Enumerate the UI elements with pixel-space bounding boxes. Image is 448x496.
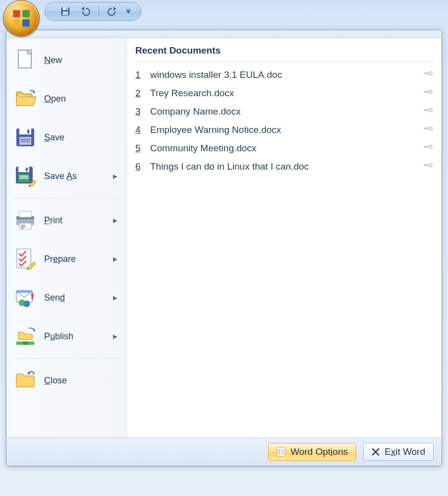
- chevron-right-icon: ▸: [113, 331, 118, 342]
- svg-rect-26: [21, 225, 25, 226]
- svg-rect-4: [126, 9, 130, 10]
- svg-rect-5: [13, 10, 20, 17]
- menu-divider: [12, 358, 120, 359]
- svg-rect-43: [424, 91, 425, 92]
- recent-documents-header: Recent Documents: [135, 43, 434, 62]
- recent-document-item[interactable]: 4Employee Warning Notice.docx: [135, 121, 434, 139]
- save-icon: [14, 126, 36, 148]
- menu-left-panel: NewOpenSaveSave As▸Print▸Prepare▸Send▸Pu…: [6, 38, 126, 437]
- menu-item-open[interactable]: Open: [8, 80, 124, 118]
- svg-point-42: [429, 90, 433, 94]
- recent-document-name: Community Meeting.docx: [150, 143, 417, 154]
- office-menu: NewOpenSaveSave As▸Print▸Prepare▸Send▸Pu…: [6, 30, 442, 466]
- svg-rect-28: [21, 228, 24, 229]
- word-options-label: Word Options: [290, 446, 348, 457]
- pushpin-icon[interactable]: [424, 160, 434, 173]
- svg-rect-60: [280, 451, 284, 452]
- recent-document-item[interactable]: 3Company Name.docx: [135, 102, 434, 121]
- menu-item-prepare-label: Prepare: [44, 254, 105, 264]
- svg-rect-52: [424, 146, 425, 147]
- pushpin-icon[interactable]: [424, 105, 434, 118]
- exit-word-label: Exit Word: [385, 446, 425, 457]
- menu-item-saveas[interactable]: Save As▸: [8, 157, 124, 195]
- svg-rect-31: [16, 291, 33, 293]
- svg-rect-58: [280, 449, 284, 450]
- svg-point-35: [31, 293, 34, 296]
- svg-rect-7: [13, 19, 20, 27]
- menu-item-prepare[interactable]: Prepare▸: [8, 240, 124, 278]
- menu-item-print[interactable]: Print▸: [8, 201, 124, 239]
- qat-customize-dropdown[interactable]: [125, 8, 132, 15]
- recent-document-number: 2: [135, 88, 143, 99]
- svg-rect-46: [424, 110, 425, 111]
- menu-item-send[interactable]: Send▸: [8, 279, 124, 316]
- menu-item-open-label: Open: [44, 94, 118, 104]
- svg-rect-6: [22, 10, 30, 17]
- recent-document-number: 6: [135, 161, 143, 172]
- saveas-icon: [14, 165, 36, 187]
- quick-access-toolbar: [45, 2, 141, 21]
- svg-point-59: [279, 451, 280, 452]
- recent-document-name: Company Name.docx: [150, 106, 417, 117]
- svg-point-48: [429, 126, 433, 130]
- svg-rect-11: [19, 128, 31, 134]
- svg-point-45: [429, 108, 433, 112]
- exit-word-button[interactable]: Exit Word: [363, 443, 434, 461]
- menu-item-saveas-label: Save As: [44, 171, 105, 182]
- redo-icon[interactable]: [107, 6, 119, 16]
- svg-rect-27: [21, 226, 26, 227]
- menu-item-send-label: Send: [44, 293, 105, 303]
- menu-item-new[interactable]: New: [8, 41, 124, 79]
- menu-item-save-label: Save: [44, 132, 118, 143]
- chevron-right-icon: ▸: [113, 171, 118, 182]
- close-icon: [14, 370, 36, 391]
- svg-rect-8: [22, 19, 30, 27]
- recent-document-item[interactable]: 1windows installer 3.1 EULA.doc: [135, 65, 434, 84]
- svg-rect-1: [63, 7, 68, 10]
- pushpin-icon[interactable]: [424, 124, 434, 136]
- pushpin-icon[interactable]: [424, 68, 434, 81]
- menu-item-close[interactable]: Close: [8, 362, 124, 399]
- svg-rect-37: [23, 342, 28, 345]
- send-icon: [14, 287, 36, 309]
- chevron-right-icon: ▸: [113, 292, 118, 303]
- recent-document-name: Trey Research.docx: [150, 88, 417, 99]
- menu-item-publish[interactable]: Publish▸: [8, 317, 124, 355]
- pushpin-icon[interactable]: [424, 87, 434, 99]
- recent-document-number: 3: [135, 106, 143, 117]
- pushpin-icon[interactable]: [424, 142, 434, 154]
- svg-rect-15: [20, 141, 30, 142]
- new-icon: [14, 49, 36, 71]
- recent-document-item[interactable]: 5Community Meeting.docx: [135, 139, 434, 157]
- office-button[interactable]: [3, 0, 40, 37]
- svg-rect-3: [63, 11, 68, 15]
- menu-footer: Word Options Exit Word: [6, 437, 442, 466]
- svg-rect-21: [19, 178, 28, 179]
- svg-point-33: [23, 301, 30, 307]
- recent-documents-list: 1windows installer 3.1 EULA.doc2Trey Res…: [135, 62, 434, 176]
- menu-item-print-label: Print: [44, 215, 105, 226]
- undo-icon[interactable]: [79, 6, 91, 16]
- menu-item-close-label: Close: [44, 375, 118, 386]
- recent-document-name: Things I can do in Linux that I can.doc: [150, 161, 417, 172]
- menu-item-publish-label: Publish: [44, 331, 105, 342]
- svg-rect-18: [26, 168, 28, 171]
- svg-point-57: [279, 449, 280, 450]
- save-icon[interactable]: [60, 6, 71, 17]
- recent-document-name: windows installer 3.1 EULA.doc: [150, 69, 417, 80]
- word-options-button[interactable]: Word Options: [268, 443, 356, 461]
- svg-rect-40: [424, 73, 425, 74]
- menu-item-save[interactable]: Save: [8, 119, 124, 156]
- recent-document-item[interactable]: 6Things I can do in Linux that I can.doc: [135, 157, 434, 176]
- svg-rect-12: [27, 129, 29, 133]
- svg-point-54: [429, 163, 433, 167]
- svg-point-39: [429, 71, 433, 75]
- svg-rect-2: [66, 8, 67, 10]
- menu-item-new-label: New: [44, 55, 118, 65]
- recent-document-item[interactable]: 2Trey Research.docx: [135, 84, 434, 102]
- print-icon: [14, 209, 36, 231]
- recent-document-number: 5: [135, 143, 143, 154]
- svg-point-51: [429, 145, 433, 149]
- menu-right-panel: Recent Documents 1windows installer 3.1 …: [126, 38, 442, 437]
- svg-rect-20: [19, 176, 28, 177]
